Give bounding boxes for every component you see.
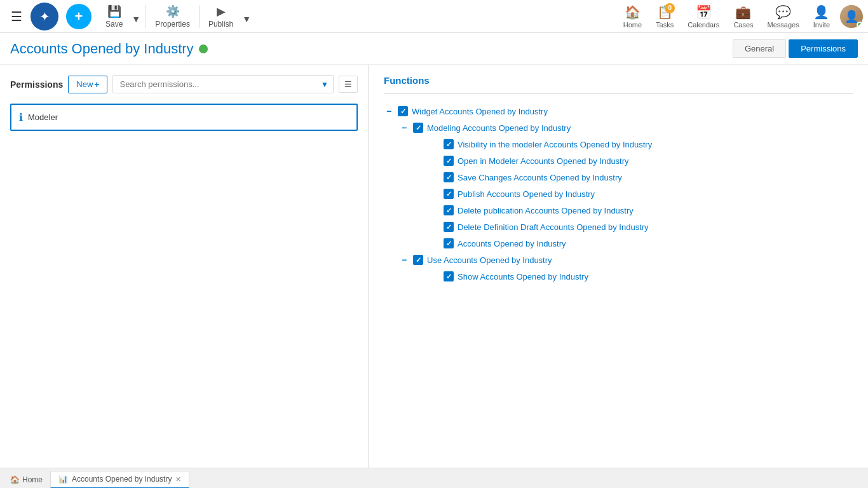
nav-cases-button[interactable]: 💼 Cases [727,2,759,31]
tree-row-save-changes: ✓ Save Changes Accounts Opened by Indust… [430,170,853,184]
tree-label-save-changes[interactable]: Save Changes Accounts Opened by Industry [458,173,622,182]
logo-button[interactable]: ✦ [31,3,58,30]
user-avatar[interactable]: 👤 [840,5,863,28]
tree-item-modeling: − ✓ Modeling Accounts Opened by Industry [399,121,853,250]
bottom-tab-home[interactable]: 🏠 Home [3,471,50,489]
save-button[interactable]: 💾 Save [99,2,129,31]
tree-item-accounts: ✓ Accounts Opened by Industry [430,236,853,250]
search-dropdown-arrow[interactable]: ▼ [321,80,329,89]
new-permission-button[interactable]: New + [68,76,107,93]
tree-row-accounts: ✓ Accounts Opened by Industry [430,236,853,250]
properties-label: Properties [155,20,190,29]
checkbox-modeling[interactable]: ✓ [413,123,423,133]
properties-button[interactable]: ⚙️ Properties [149,2,196,31]
tree-row-delete-pub: ✓ Delete publication Accounts Opened by … [430,203,853,217]
checkbox-open-modeler[interactable]: ✓ [444,156,454,166]
collapse-modeling-button[interactable]: − [399,123,409,133]
collapse-use-button[interactable]: − [399,255,409,265]
checkbox-show[interactable]: ✓ [444,271,454,281]
properties-icon: ⚙️ [166,4,180,18]
functions-title: Functions [384,75,853,86]
tree-item-delete-draft: ✓ Delete Definition Draft Accounts Opene… [430,220,853,234]
tree-label-accounts[interactable]: Accounts Opened by Industry [458,239,566,248]
bottom-tab-accounts-icon: 📊 [58,475,68,484]
checkbox-delete-pub[interactable]: ✓ [444,205,454,215]
save-dropdown-arrow: ▼ [132,14,140,24]
hamburger-button[interactable]: ☰ [5,5,28,28]
tree-label-publish[interactable]: Publish Accounts Opened by Industry [458,189,595,199]
tree-row-publish: ✓ Publish Accounts Opened by Industry [430,187,853,201]
nav-messages-button[interactable]: 💬 Messages [761,2,806,31]
nav-tasks-button[interactable]: 📋 0 Tasks [649,2,680,31]
publish-label: Publish [208,20,233,29]
tab-permissions[interactable]: Permissions [789,39,858,58]
messages-label: Messages [768,21,799,29]
navbar-right: 🏠 Home 📋 0 Tasks 📅 Calendars 💼 Cases 💬 M… [617,2,863,31]
publish-dropdown-button[interactable]: ▼ [240,6,254,27]
page-header: Accounts Opened by Industry General Perm… [0,33,868,65]
checkbox-publish[interactable]: ✓ [444,189,454,199]
logo-icon: ✦ [39,9,50,24]
hamburger-icon: ☰ [11,9,22,24]
permissions-tree: − ✓ Widget Accounts Opened by Industry −… [384,104,853,283]
collapse-widget-button[interactable]: − [384,106,394,116]
list-view-button[interactable]: ☰ [339,76,358,93]
permission-item-modeler[interactable]: ℹ Modeler [10,104,358,131]
main-content: Permissions New + ▼ ☰ ℹ Modeler Function… [0,65,868,468]
tree-use-children: ✓ Show Accounts Opened by Industry [399,269,853,283]
checkbox-use[interactable]: ✓ [413,255,423,265]
tree-row-modeling: − ✓ Modeling Accounts Opened by Industry [399,121,853,135]
tree-label-widget[interactable]: Widget Accounts Opened by Industry [412,107,548,116]
save-icon: 💾 [107,4,121,18]
toolbar-divider-2 [199,5,200,28]
checkbox-widget[interactable]: ✓ [398,106,408,116]
tree-item-publish: ✓ Publish Accounts Opened by Industry [430,187,853,201]
tree-label-visibility[interactable]: Visibility in the modeler Accounts Opene… [458,140,652,149]
tree-label-show[interactable]: Show Accounts Opened by Industry [458,272,588,281]
tree-row-open-modeler: ✓ Open in Modeler Accounts Opened by Ind… [430,154,853,168]
search-permissions-container: ▼ [112,75,334,93]
tasks-label: Tasks [656,21,674,29]
search-permissions-input[interactable] [112,75,334,93]
tasks-badge: 0 [665,3,675,13]
tree-label-delete-draft[interactable]: Delete Definition Draft Accounts Opened … [458,222,649,232]
bottom-tab-accounts[interactable]: 📊 Accounts Opened by Industry × [50,471,189,489]
nav-invite-button[interactable]: 👤 Invite [807,2,836,31]
bottom-home-label: Home [22,475,43,484]
publish-button[interactable]: ▶ Publish [202,2,240,31]
tab-general[interactable]: General [733,39,786,58]
nav-home-button[interactable]: 🏠 Home [617,2,648,31]
tree-label-open-modeler[interactable]: Open in Modeler Accounts Opened by Indus… [458,156,629,166]
new-plus-icon: + [94,79,99,90]
checkbox-save-changes[interactable]: ✓ [444,172,454,182]
cases-icon: 💼 [735,4,751,20]
checkbox-accounts[interactable]: ✓ [444,238,454,248]
tree-item-visibility: ✓ Visibility in the modeler Accounts Ope… [430,137,853,151]
checkbox-visibility[interactable]: ✓ [444,139,454,149]
save-label: Save [105,20,123,29]
checkbox-delete-draft[interactable]: ✓ [444,222,454,232]
functions-divider [384,93,853,94]
tree-row-use: − ✓ Use Accounts Opened by Industry [399,253,853,267]
tree-item-show: ✓ Show Accounts Opened by Industry [430,269,853,283]
bottom-tab-accounts-label: Accounts Opened by Industry [72,475,172,484]
toolbar-divider [146,5,146,28]
toolbar-group: 💾 Save ▼ ⚙️ Properties ▶ Publish ▼ [99,2,254,31]
tree-row-show: ✓ Show Accounts Opened by Industry [430,269,853,283]
status-dot [199,44,208,53]
bottom-tab-accounts-close[interactable]: × [175,475,180,484]
tree-label-modeling[interactable]: Modeling Accounts Opened by Industry [427,123,571,133]
permissions-section-label: Permissions [10,79,63,90]
tree-item-delete-pub: ✓ Delete publication Accounts Opened by … [430,203,853,217]
header-tabs: General Permissions [733,39,858,58]
tree-row-visibility: ✓ Visibility in the modeler Accounts Ope… [430,137,853,151]
nav-calendars-button[interactable]: 📅 Calendars [681,2,726,31]
page-title: Accounts Opened by Industry [10,41,194,57]
tree-label-use[interactable]: Use Accounts Opened by Industry [427,255,552,265]
save-dropdown-button[interactable]: ▼ [129,6,143,27]
tree-modeling-subtree: − ✓ Modeling Accounts Opened by Industry [384,121,853,283]
tree-label-delete-pub[interactable]: Delete publication Accounts Opened by In… [458,206,634,215]
tree-modeling-children: ✓ Visibility in the modeler Accounts Ope… [399,137,853,250]
add-button[interactable]: + [66,4,92,29]
tree-row-widget: − ✓ Widget Accounts Opened by Industry [384,104,853,118]
